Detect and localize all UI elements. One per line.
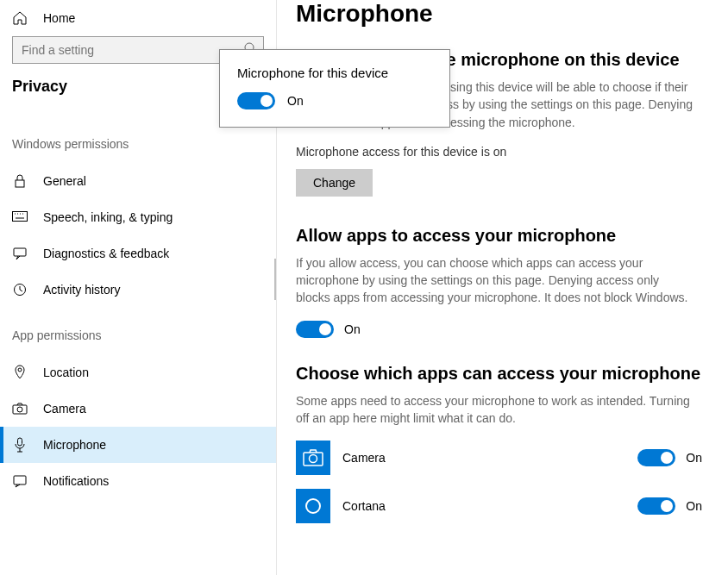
sidebar-item-label: Microphone xyxy=(43,438,106,452)
apps-access-toggle[interactable] xyxy=(296,321,334,338)
group-app-permissions: App permissions xyxy=(0,328,276,354)
sidebar-item-camera[interactable]: Camera xyxy=(0,391,276,427)
svg-point-11 xyxy=(18,368,22,372)
sidebar-item-label: Notifications xyxy=(43,474,109,488)
group-windows-permissions: Windows permissions xyxy=(0,137,276,163)
svg-rect-14 xyxy=(18,438,22,446)
app-camera-icon xyxy=(296,441,330,475)
sidebar-item-label: Diagnostics & feedback xyxy=(43,247,169,260)
sidebar-item-speech[interactable]: Speech, inking, & typing xyxy=(0,199,276,235)
sidebar-item-label: Location xyxy=(43,366,89,379)
svg-point-13 xyxy=(17,407,22,412)
sidebar-item-label: Speech, inking, & typing xyxy=(43,210,173,224)
sidebar-item-location[interactable]: Location xyxy=(0,354,276,391)
svg-rect-2 xyxy=(16,180,24,187)
microphone-icon xyxy=(12,437,28,453)
app-cortana-toggle-label: On xyxy=(686,499,702,513)
sidebar-item-notifications[interactable]: Notifications xyxy=(0,463,276,499)
svg-rect-9 xyxy=(14,248,26,256)
app-camera-toggle[interactable] xyxy=(637,449,675,466)
app-name: Camera xyxy=(342,451,625,465)
app-name: Cortana xyxy=(342,499,625,513)
sidebar-item-label: General xyxy=(43,174,86,188)
location-icon xyxy=(12,365,28,380)
app-cortana-toggle[interactable] xyxy=(637,497,675,515)
change-button[interactable]: Change xyxy=(296,169,373,197)
history-icon xyxy=(12,282,28,297)
camera-icon xyxy=(12,401,28,416)
change-popup: Microphone for this device On xyxy=(219,49,450,128)
popup-toggle[interactable] xyxy=(237,92,275,109)
section2-desc: If you allow access, you can choose whic… xyxy=(296,254,693,307)
lock-icon xyxy=(12,173,28,189)
sidebar-item-microphone[interactable]: Microphone xyxy=(0,427,276,463)
sidebar-item-general[interactable]: General xyxy=(0,163,276,199)
sidebar-item-label: Activity history xyxy=(43,283,120,297)
app-camera-toggle-label: On xyxy=(686,451,702,465)
section3-desc: Some apps need to access your microphone… xyxy=(296,392,693,428)
feedback-icon xyxy=(12,246,28,261)
svg-point-20 xyxy=(306,499,320,513)
app-row-camera: Camera On xyxy=(296,441,711,475)
home-icon xyxy=(12,10,28,26)
svg-rect-3 xyxy=(13,212,28,222)
section3-title: Choose which apps can access your microp… xyxy=(296,364,711,384)
svg-point-19 xyxy=(310,455,317,463)
home-label: Home xyxy=(43,11,75,25)
sidebar-item-activity[interactable]: Activity history xyxy=(0,272,276,308)
home-nav[interactable]: Home xyxy=(0,0,276,36)
popup-toggle-label: On xyxy=(287,94,304,108)
section2-title: Allow apps to access your microphone xyxy=(296,226,711,246)
sidebar-item-label: Camera xyxy=(43,402,86,416)
section1-status: Microphone access for this device is on xyxy=(296,145,711,159)
sidebar-scrollbar[interactable] xyxy=(274,259,276,300)
keyboard-icon xyxy=(12,209,28,225)
apps-access-toggle-label: On xyxy=(344,322,361,336)
page-title: Microphone xyxy=(296,0,711,28)
sidebar-item-diagnostics[interactable]: Diagnostics & feedback xyxy=(0,235,276,272)
notifications-icon xyxy=(12,473,28,489)
app-cortana-icon xyxy=(296,489,330,523)
svg-rect-17 xyxy=(14,476,26,484)
app-row-cortana: Cortana On xyxy=(296,489,711,523)
popup-title: Microphone for this device xyxy=(237,66,432,80)
